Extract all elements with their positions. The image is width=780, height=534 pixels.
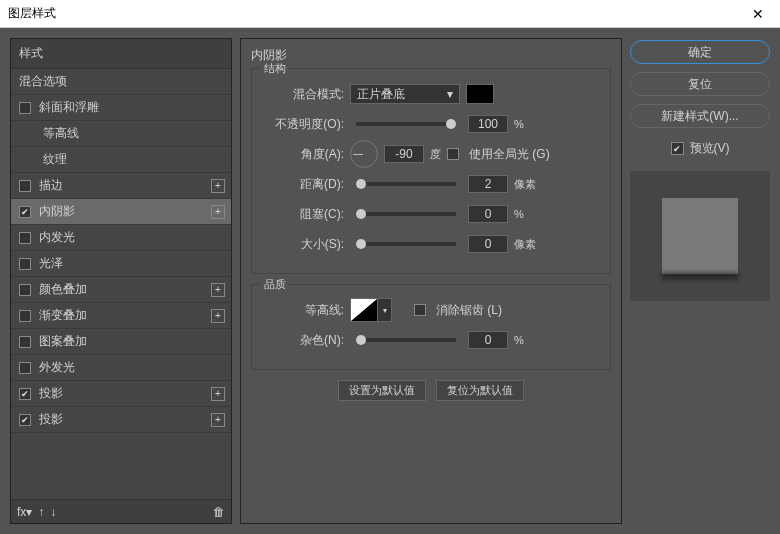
choke-slider[interactable]: [356, 212, 456, 216]
sidebar-item-label: 颜色叠加: [39, 281, 87, 298]
choke-input[interactable]: 0: [468, 205, 508, 223]
sidebar-item-1[interactable]: 等高线: [11, 121, 231, 147]
contour-label: 等高线:: [264, 302, 344, 319]
sidebar-item-label: 等高线: [43, 125, 79, 142]
reset-default-button[interactable]: 复位为默认值: [436, 380, 524, 401]
preview-checkbox[interactable]: [671, 142, 684, 155]
sidebar-footer: fx▾ ↑ ↓ 🗑: [11, 499, 231, 523]
preview-label: 预览(V): [690, 140, 730, 157]
sidebar-item-3[interactable]: 描边+: [11, 173, 231, 199]
structure-group: 结构 混合模式: 正片叠底▾ 不透明度(O): 100 % 角度(A): -90…: [251, 68, 611, 274]
sidebar-item-0[interactable]: 斜面和浮雕: [11, 95, 231, 121]
noise-input[interactable]: 0: [468, 331, 508, 349]
set-default-button[interactable]: 设置为默认值: [338, 380, 426, 401]
quality-legend: 品质: [260, 277, 290, 292]
sidebar-item-label: 描边: [39, 177, 63, 194]
sidebar-item-12[interactable]: 投影+: [11, 407, 231, 433]
style-checkbox[interactable]: [19, 414, 31, 426]
add-icon[interactable]: +: [211, 179, 225, 193]
sidebar-item-label: 光泽: [39, 255, 63, 272]
preview-area: [630, 171, 770, 301]
sidebar-header: 样式: [11, 39, 231, 69]
distance-label: 距离(D):: [264, 176, 344, 193]
style-checkbox[interactable]: [19, 336, 31, 348]
sidebar-item-label: 斜面和浮雕: [39, 99, 99, 116]
sidebar-item-label: 投影: [39, 411, 63, 428]
sidebar-item-11[interactable]: 投影+: [11, 381, 231, 407]
close-button[interactable]: ✕: [744, 0, 772, 28]
contour-dropdown-arrow[interactable]: ▾: [378, 298, 392, 322]
sidebar-item-label: 纹理: [43, 151, 67, 168]
blend-mode-label: 混合模式:: [264, 86, 344, 103]
size-slider[interactable]: [356, 242, 456, 246]
sidebar-item-6[interactable]: 光泽: [11, 251, 231, 277]
sidebar-item-label: 内阴影: [39, 203, 75, 220]
opacity-label: 不透明度(O):: [264, 116, 344, 133]
styles-sidebar: 样式 混合选项 斜面和浮雕等高线纹理描边+内阴影+内发光光泽颜色叠加+渐变叠加+…: [10, 38, 232, 524]
style-checkbox[interactable]: [19, 102, 31, 114]
contour-picker[interactable]: [350, 298, 378, 322]
trash-icon[interactable]: 🗑: [213, 505, 225, 519]
dialog-content: 样式 混合选项 斜面和浮雕等高线纹理描边+内阴影+内发光光泽颜色叠加+渐变叠加+…: [0, 28, 780, 534]
add-icon[interactable]: +: [211, 387, 225, 401]
angle-input[interactable]: -90: [384, 145, 424, 163]
style-checkbox[interactable]: [19, 206, 31, 218]
size-label: 大小(S):: [264, 236, 344, 253]
panel-title: 内阴影: [251, 47, 611, 64]
sidebar-item-label: 内发光: [39, 229, 75, 246]
sidebar-item-7[interactable]: 颜色叠加+: [11, 277, 231, 303]
sidebar-item-label: 渐变叠加: [39, 307, 87, 324]
sidebar-item-label: 混合选项: [19, 73, 67, 90]
add-icon[interactable]: +: [211, 309, 225, 323]
sidebar-item-8[interactable]: 渐变叠加+: [11, 303, 231, 329]
new-style-button[interactable]: 新建样式(W)...: [630, 104, 770, 128]
global-light-checkbox[interactable]: [447, 148, 459, 160]
sidebar-item-2[interactable]: 纹理: [11, 147, 231, 173]
chevron-down-icon: ▾: [447, 87, 453, 101]
title-bar: 图层样式 ✕: [0, 0, 780, 28]
sidebar-item-label: 外发光: [39, 359, 75, 376]
structure-legend: 结构: [260, 61, 290, 76]
style-checkbox[interactable]: [19, 258, 31, 270]
angle-dial[interactable]: [350, 140, 378, 168]
sidebar-item-10[interactable]: 外发光: [11, 355, 231, 381]
sidebar-item-4[interactable]: 内阴影+: [11, 199, 231, 225]
sidebar-item-5[interactable]: 内发光: [11, 225, 231, 251]
angle-label: 角度(A):: [264, 146, 344, 163]
opacity-input[interactable]: 100: [468, 115, 508, 133]
fx-menu-icon[interactable]: fx▾: [17, 505, 32, 519]
window-title: 图层样式: [8, 5, 56, 22]
settings-panel: 内阴影 结构 混合模式: 正片叠底▾ 不透明度(O): 100 % 角度(A):…: [240, 38, 622, 524]
sidebar-item-blend-options[interactable]: 混合选项: [11, 69, 231, 95]
preview-swatch: [662, 198, 738, 274]
antialias-checkbox[interactable]: [414, 304, 426, 316]
sidebar-item-label: 投影: [39, 385, 63, 402]
sidebar-item-9[interactable]: 图案叠加: [11, 329, 231, 355]
quality-group: 品质 等高线: ▾ 消除锯齿 (L) 杂色(N): 0 %: [251, 284, 611, 370]
down-arrow-icon[interactable]: ↓: [50, 505, 56, 519]
style-checkbox[interactable]: [19, 232, 31, 244]
global-light-label: 使用全局光 (G): [469, 146, 550, 163]
style-checkbox[interactable]: [19, 284, 31, 296]
size-input[interactable]: 0: [468, 235, 508, 253]
opacity-slider[interactable]: [356, 122, 456, 126]
color-swatch[interactable]: [466, 84, 494, 104]
noise-slider[interactable]: [356, 338, 456, 342]
style-checkbox[interactable]: [19, 310, 31, 322]
blend-mode-dropdown[interactable]: 正片叠底▾: [350, 84, 460, 104]
distance-input[interactable]: 2: [468, 175, 508, 193]
noise-label: 杂色(N):: [264, 332, 344, 349]
up-arrow-icon[interactable]: ↑: [38, 505, 44, 519]
ok-button[interactable]: 确定: [630, 40, 770, 64]
style-checkbox[interactable]: [19, 180, 31, 192]
action-panel: 确定 复位 新建样式(W)... 预览(V): [630, 38, 770, 524]
distance-slider[interactable]: [356, 182, 456, 186]
style-checkbox[interactable]: [19, 362, 31, 374]
add-icon[interactable]: +: [211, 205, 225, 219]
antialias-label: 消除锯齿 (L): [436, 302, 502, 319]
sidebar-item-label: 图案叠加: [39, 333, 87, 350]
add-icon[interactable]: +: [211, 283, 225, 297]
style-checkbox[interactable]: [19, 388, 31, 400]
cancel-button[interactable]: 复位: [630, 72, 770, 96]
add-icon[interactable]: +: [211, 413, 225, 427]
